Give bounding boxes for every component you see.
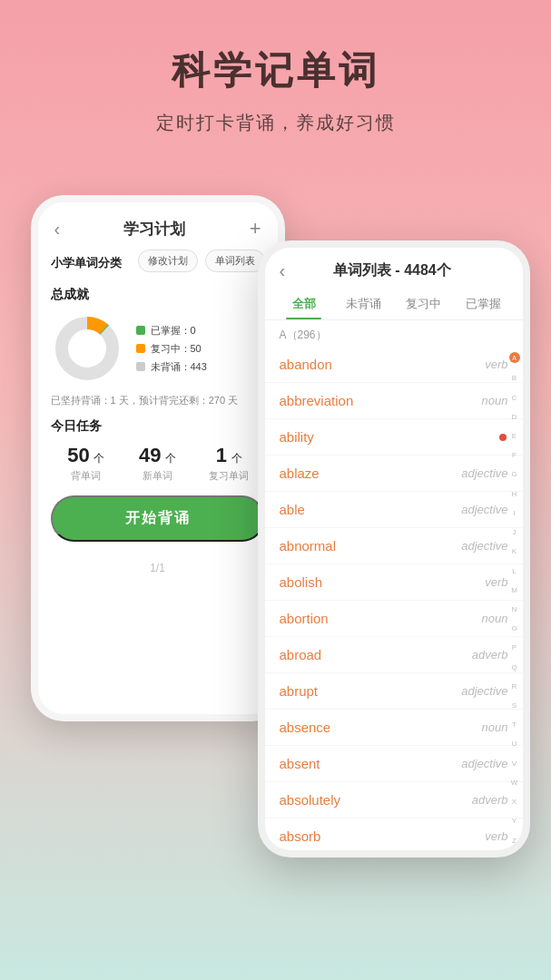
word-text: absence — [280, 720, 482, 735]
word-pos: adverb — [472, 648, 508, 662]
wordlist-title: 单词列表 - 4484个 — [294, 261, 489, 280]
alpha-letter[interactable]: C — [512, 394, 517, 402]
word-item[interactable]: abroadadverb — [265, 637, 523, 673]
task-stats: 50 个 背单词 49 个 新单词 1 — [51, 444, 265, 483]
word-item[interactable]: abandonverb — [265, 347, 523, 383]
stat-review: 1 个 复习单词 — [193, 444, 265, 483]
left-phone-header: ‹ 学习计划 + — [38, 202, 278, 250]
word-item[interactable]: absorbverb — [265, 818, 523, 850]
word-text: ablaze — [280, 466, 462, 481]
alpha-letter[interactable]: N — [512, 605, 517, 613]
alpha-letter[interactable]: X — [512, 798, 517, 806]
alpha-letter[interactable]: F — [512, 451, 517, 459]
tabs-row: 全部 未背诵 复习中 已掌握 — [265, 289, 523, 320]
stat-memorize-label: 背单词 — [51, 469, 123, 483]
word-item[interactable]: abnormaladjective — [265, 528, 523, 564]
legend-dot-reviewing — [136, 344, 145, 353]
stat-memorize-unit: 个 — [93, 452, 104, 465]
wordlist-header: ‹ 单词列表 - 4484个 — [265, 248, 523, 289]
alpha-letter[interactable]: I — [513, 509, 515, 517]
word-item[interactable]: absencenoun — [265, 710, 523, 746]
word-text: abroad — [280, 647, 472, 662]
legend-mastered: 已掌握：0 — [136, 324, 207, 338]
edit-plan-button[interactable]: 修改计划 — [138, 250, 198, 272]
word-text: absolutely — [280, 792, 472, 808]
word-text: able — [280, 502, 462, 517]
alpha-letter[interactable]: M — [511, 586, 517, 594]
tab-all[interactable]: 全部 — [274, 289, 334, 319]
right-phone: ‹ 单词列表 - 4484个 全部 未背诵 复习中 已掌握 A（296） aba… — [258, 240, 530, 858]
word-item[interactable]: ablazeadjective — [265, 456, 523, 492]
alpha-letter[interactable]: G — [511, 470, 517, 478]
legend: 已掌握：0 复习中：50 未背诵：443 — [136, 324, 207, 374]
alpha-letter[interactable]: L — [512, 567, 516, 575]
stat-review-label: 复习单词 — [193, 469, 265, 483]
left-phone: ‹ 学习计划 + 小学单词分类 修改计划 单词列表 总成就 — [31, 195, 285, 721]
hero-title: 科学记单词 — [172, 45, 380, 96]
word-item[interactable]: abbreviationnoun — [265, 383, 523, 419]
legend-reviewing-text: 复习中：50 — [151, 342, 202, 356]
alpha-letter[interactable]: D — [512, 413, 517, 421]
plan-buttons: 修改计划 单词列表 — [138, 250, 265, 272]
word-item[interactable]: absentadjective — [265, 746, 523, 782]
stat-review-unit: 个 — [231, 452, 242, 465]
word-item[interactable]: ability — [265, 419, 523, 456]
word-text: abolish — [280, 574, 486, 590]
alpha-letter[interactable]: A — [509, 352, 520, 363]
word-pos: noun — [482, 720, 508, 734]
red-dot-icon — [499, 434, 507, 441]
phones-container: ‹ 学习计划 + 小学单词分类 修改计划 单词列表 总成就 — [22, 168, 530, 858]
stat-memorize-num: 50 — [67, 444, 89, 466]
alpha-letter[interactable]: J — [513, 528, 517, 536]
alpha-letter[interactable]: U — [512, 740, 517, 748]
back-button-right[interactable]: ‹ — [280, 260, 286, 281]
alpha-letter[interactable]: E — [512, 432, 517, 440]
tab-reviewing[interactable]: 复习中 — [394, 289, 454, 319]
stat-new-unit: 个 — [165, 452, 176, 465]
word-text: abortion — [280, 611, 482, 626]
today-task-label: 今日任务 — [51, 418, 265, 435]
word-list-button[interactable]: 单词列表 — [205, 250, 265, 272]
alpha-letter[interactable]: V — [512, 760, 517, 768]
word-item[interactable]: abolishverb — [265, 564, 523, 601]
word-item[interactable]: abortionnoun — [265, 601, 523, 637]
word-pos: verb — [485, 358, 507, 371]
alpha-letter[interactable]: Y — [512, 817, 517, 825]
stat-memorize: 50 个 背单词 — [51, 444, 123, 483]
tab-mastered[interactable]: 已掌握 — [454, 289, 514, 319]
alpha-letter[interactable]: B — [512, 374, 517, 382]
legend-mastered-text: 已掌握：0 — [151, 324, 196, 338]
alpha-letter[interactable]: O — [511, 624, 517, 632]
word-pos: verb — [485, 575, 507, 589]
word-pos: noun — [482, 612, 508, 625]
svg-point-0 — [62, 323, 113, 374]
alpha-letter[interactable]: T — [512, 720, 517, 729]
tab-unlearned[interactable]: 未背诵 — [334, 289, 394, 319]
alpha-letter[interactable]: K — [512, 547, 517, 555]
alpha-letter[interactable]: W — [511, 779, 518, 787]
section-header-a: A（296） — [265, 320, 523, 347]
back-button-left[interactable]: ‹ — [54, 219, 61, 240]
alpha-letter[interactable]: S — [512, 701, 517, 710]
word-text: abrupt — [280, 683, 462, 699]
legend-reviewing: 复习中：50 — [136, 342, 207, 356]
alpha-sidebar: ABCDEFGHIJKLMNOPQRSTUVWXYZ — [508, 347, 521, 850]
word-pos: verb — [485, 829, 507, 843]
alpha-letter[interactable]: Q — [511, 663, 517, 671]
start-memorize-button[interactable]: 开始背诵 — [51, 495, 265, 542]
legend-dot-unlearned — [136, 362, 145, 371]
alpha-letter[interactable]: H — [512, 490, 517, 498]
word-item[interactable]: ableadjective — [265, 492, 523, 528]
alpha-letter[interactable]: R — [512, 682, 517, 691]
alpha-letter[interactable]: P — [512, 643, 517, 652]
word-text: abandon — [280, 357, 486, 372]
add-button-left[interactable]: + — [250, 217, 261, 240]
legend-unlearned: 未背诵：443 — [136, 360, 207, 374]
word-pos: adjective — [461, 539, 507, 553]
stat-new: 49 个 新单词 — [122, 444, 193, 483]
legend-unlearned-text: 未背诵：443 — [151, 360, 207, 374]
word-item[interactable]: absolutelyadverb — [265, 782, 523, 818]
word-item[interactable]: abruptadjective — [265, 673, 523, 710]
word-pos: adjective — [461, 503, 507, 516]
alpha-letter[interactable]: Z — [512, 837, 517, 845]
